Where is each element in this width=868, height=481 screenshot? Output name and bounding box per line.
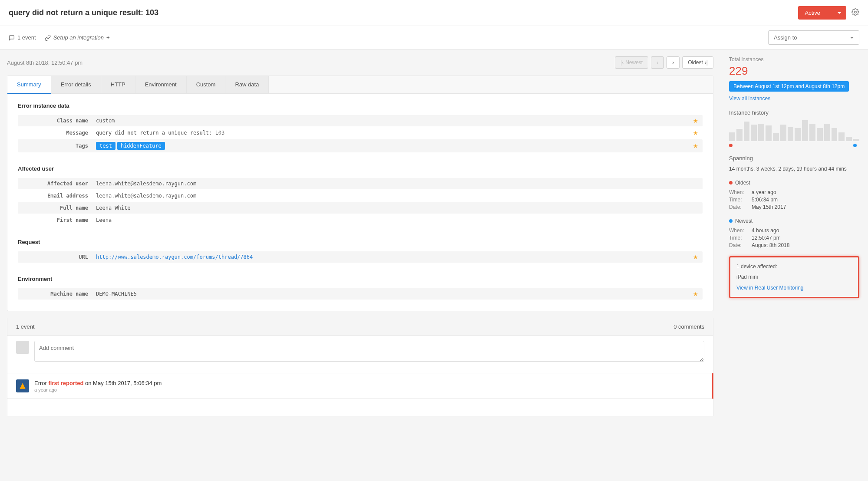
tag[interactable]: hiddenFeature [117,142,165,150]
range-badge: Between August 1st 12pm and August 8th 1… [729,81,849,92]
plus-icon: + [106,34,110,41]
histogram-bar [846,137,852,141]
devices-label: 1 device affected: [736,264,852,270]
events-count: 1 event [16,323,35,330]
link-icon [45,35,51,41]
histogram-bar [824,124,830,141]
comments-count: 0 comments [673,323,704,330]
events-bar: 1 event 0 comments [7,318,713,336]
history-label: Instance history [729,109,859,116]
histogram-bar [751,125,757,141]
page-title: query did not return a unique result: 10… [9,8,158,17]
setup-integration-link[interactable]: Setup an integration + [45,34,110,41]
star-icon[interactable]: ★ [693,143,698,149]
tab-raw-data[interactable]: Raw data [225,76,269,93]
prev-button: ‹ [651,56,664,69]
histogram-bar [736,129,743,141]
row-url: URL http://www.salesdemo.raygun.com/foru… [18,251,703,263]
total-label: Total instances [729,56,859,63]
histogram-bar [744,122,750,141]
tab-environment[interactable]: Environment [135,76,187,93]
section-title-env: Environment [18,276,703,282]
dot-oldest [729,144,733,147]
comment-icon [9,35,15,41]
dot-blue-icon [729,219,733,223]
event-first-reported: Error first reported on May 15th 2017, 5… [7,373,713,399]
histogram-bar [758,124,764,141]
star-icon[interactable]: ★ [693,291,698,297]
tab-error-details[interactable]: Error details [51,76,101,93]
row-machine-name: Machine name DEMO-MACHINE5 ★ [18,288,703,300]
star-icon[interactable]: ★ [693,130,698,136]
avatar [16,341,29,354]
view-all-link[interactable]: View all instances [729,96,770,102]
row-first-name: First name Leena [18,214,703,226]
histogram-bar [809,124,815,141]
histogram-bar [773,133,779,141]
histogram-bar [838,132,845,141]
tabs: SummaryError detailsHTTPEnvironmentCusto… [7,76,713,94]
devices-panel: 1 device affected: iPad mini View in Rea… [729,256,859,298]
subbar: 1 event Setup an integration + Assign to [0,26,868,49]
total-instances: 229 [729,64,859,78]
oldest-button[interactable]: Oldest ›| [682,56,713,69]
newest-button: |‹ Newest [615,56,648,69]
histogram-bar [832,128,838,141]
comment-box [7,336,713,367]
tab-summary[interactable]: Summary [7,76,51,94]
instance-histogram [729,120,859,141]
row-class-name: Class name custom ★ [18,115,703,126]
row-affected-user: Affected user leena.white@salesdemo.rayg… [18,178,703,189]
histogram-bar [780,125,786,141]
section-title-request: Request [18,239,703,245]
pager: |‹ Newest ‹ › Oldest ›| [615,56,713,69]
dot-newest [853,144,857,147]
histogram-bar [788,127,794,141]
next-button[interactable]: › [667,56,680,69]
page-header: query did not return a unique result: 10… [0,0,868,26]
status-dropdown[interactable]: Active [798,6,846,20]
histogram-bar [766,125,772,141]
spanning-value: 14 months, 3 weeks, 2 days, 19 hours and… [729,166,859,172]
dot-red-icon [729,181,733,184]
event-count-link[interactable]: 1 event [9,34,36,41]
request-url-link[interactable]: http://www.salesdemo.raygun.com/forums/t… [96,254,253,260]
star-icon[interactable]: ★ [693,118,698,124]
rum-link[interactable]: View in Real User Monitoring [736,285,804,291]
tab-custom[interactable]: Custom [187,76,226,93]
row-message: Message query did not return a unique re… [18,127,703,138]
row-tags: Tags testhiddenFeature ★ [18,139,703,152]
star-icon[interactable]: ★ [693,254,698,260]
histogram-bar [729,132,735,141]
section-title-user: Affected user [18,165,703,172]
row-full-name: Full name Leena White [18,202,703,214]
section-title-error: Error instance data [18,102,703,109]
row-email: Email address leena.white@salesdemo.rayg… [18,190,703,201]
histogram-bar [802,120,808,141]
comment-input[interactable] [34,341,704,362]
assign-to-dropdown[interactable]: Assign to [768,30,859,45]
histogram-bar [853,139,859,141]
instance-timestamp: August 8th 2018, 12:50:47 pm [7,59,83,66]
histogram-bar [795,128,801,141]
device-item: iPad mini [736,274,852,280]
spanning-label: Spanning [729,155,859,161]
tab-http[interactable]: HTTP [101,76,135,93]
histogram-bar [817,128,823,141]
gear-icon[interactable] [851,8,859,17]
svg-point-0 [855,11,857,13]
tag[interactable]: test [96,142,116,150]
alert-icon [16,379,29,392]
